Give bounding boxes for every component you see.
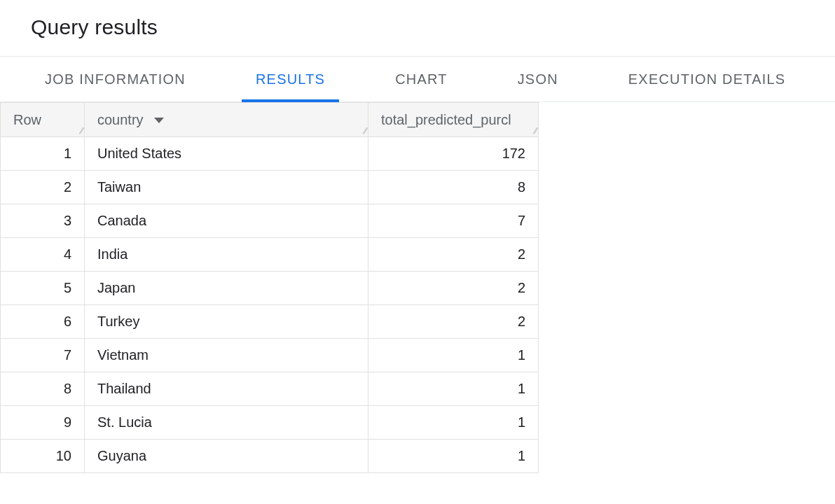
cell-country: Vietnam xyxy=(85,339,368,372)
cell-value: 8 xyxy=(368,171,539,204)
column-header-label: Row xyxy=(13,112,41,128)
row-number: 1 xyxy=(1,137,85,171)
cell-value: 1 xyxy=(368,440,539,473)
row-number: 5 xyxy=(1,272,85,305)
table-row[interactable]: 8Thailand1 xyxy=(1,372,539,406)
tabs-bar: JOB INFORMATIONRESULTSCHARTJSONEXECUTION… xyxy=(0,56,835,102)
cell-country: Japan xyxy=(85,272,368,305)
results-header-row: Row // country // total_predicted_purcl … xyxy=(1,103,539,137)
column-header-country[interactable]: country // xyxy=(85,103,368,137)
table-row[interactable]: 10Guyana1 xyxy=(1,440,539,473)
cell-country: Guyana xyxy=(85,440,368,473)
row-number: 3 xyxy=(1,204,85,238)
cell-value: 7 xyxy=(368,204,539,238)
results-area: Row // country // total_predicted_purcl … xyxy=(0,102,835,473)
cell-value: 2 xyxy=(368,272,539,305)
results-table: Row // country // total_predicted_purcl … xyxy=(0,102,539,473)
tab-json[interactable]: JSON xyxy=(504,57,572,102)
tab-job[interactable]: JOB INFORMATION xyxy=(31,57,200,102)
cell-value: 1 xyxy=(368,406,539,440)
cell-value: 1 xyxy=(368,339,539,372)
cell-country: Thailand xyxy=(85,372,368,406)
row-number: 7 xyxy=(1,339,85,372)
table-row[interactable]: 5Japan2 xyxy=(1,272,539,305)
column-header-label: country xyxy=(97,112,144,128)
table-row[interactable]: 3Canada7 xyxy=(1,204,539,238)
cell-value: 1 xyxy=(368,372,539,406)
row-number: 9 xyxy=(1,406,85,440)
sort-desc-icon xyxy=(154,118,164,123)
cell-value: 2 xyxy=(368,305,539,339)
cell-country: Canada xyxy=(85,204,368,238)
resize-handle-icon[interactable]: // xyxy=(78,127,83,135)
tab-exec[interactable]: EXECUTION DETAILS xyxy=(614,57,800,102)
cell-country: Taiwan xyxy=(85,171,368,204)
tab-results[interactable]: RESULTS xyxy=(242,57,339,102)
cell-country: India xyxy=(85,238,368,272)
table-row[interactable]: 1United States172 xyxy=(1,137,539,171)
header: Query results xyxy=(0,0,835,56)
table-row[interactable]: 6Turkey2 xyxy=(1,305,539,339)
row-number: 4 xyxy=(1,238,85,272)
column-header-label: total_predicted_purcl xyxy=(381,112,511,128)
table-row[interactable]: 7Vietnam1 xyxy=(1,339,539,372)
row-number: 2 xyxy=(1,171,85,204)
column-header-row[interactable]: Row // xyxy=(1,103,85,137)
column-header-value[interactable]: total_predicted_purcl // xyxy=(368,103,539,137)
tab-chart[interactable]: CHART xyxy=(381,57,462,102)
row-number: 6 xyxy=(1,305,85,339)
table-row[interactable]: 4India2 xyxy=(1,238,539,272)
cell-country: United States xyxy=(85,137,368,171)
cell-country: Turkey xyxy=(85,305,368,339)
row-number: 8 xyxy=(1,372,85,406)
page-title: Query results xyxy=(31,15,804,39)
cell-value: 2 xyxy=(368,238,539,272)
row-number: 10 xyxy=(1,440,85,473)
table-row[interactable]: 2Taiwan8 xyxy=(1,171,539,204)
resize-handle-icon[interactable]: // xyxy=(532,127,537,135)
cell-value: 172 xyxy=(368,137,539,171)
resize-handle-icon[interactable]: // xyxy=(362,127,367,135)
table-row[interactable]: 9St. Lucia1 xyxy=(1,406,539,440)
cell-country: St. Lucia xyxy=(85,406,368,440)
